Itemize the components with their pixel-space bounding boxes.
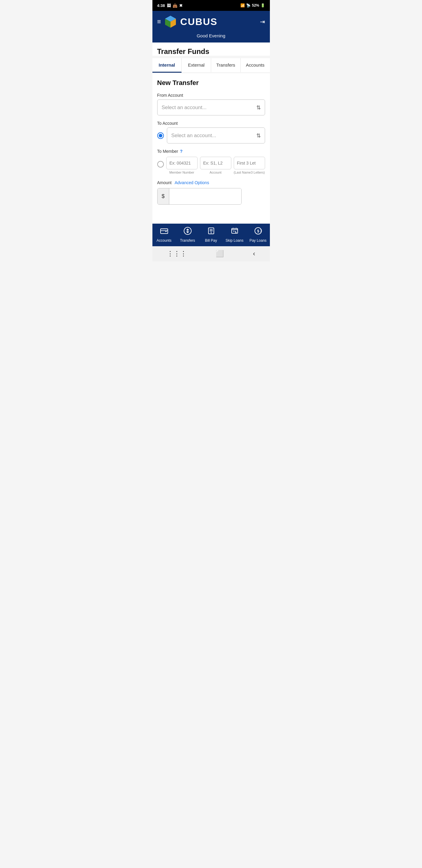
- svg-rect-11: [232, 228, 238, 233]
- main-content: New Transfer From Account Select an acco…: [153, 73, 270, 224]
- accounts-nav-label: Accounts: [157, 239, 171, 243]
- section-title: New Transfer: [157, 79, 265, 87]
- android-menu-icon[interactable]: ⋮⋮⋮: [167, 250, 187, 258]
- amount-label: Amount: [157, 180, 172, 185]
- to-account-row: Select an account... ⇅: [157, 127, 265, 144]
- brand-name: CUBUS: [180, 16, 218, 27]
- svg-text:$: $: [210, 231, 212, 234]
- logout-icon[interactable]: ⇥: [260, 18, 265, 25]
- time: 4:38: [157, 3, 165, 8]
- transfers-nav-label: Transfers: [180, 239, 195, 243]
- nav-pay-loans[interactable]: $ Pay Loans: [247, 227, 270, 243]
- app-header: ≡ CUBUS ⇥: [153, 11, 270, 31]
- from-account-select[interactable]: Select an account...: [157, 99, 265, 116]
- nav-transfers[interactable]: Transfers: [176, 227, 199, 243]
- nav-bill-pay[interactable]: $ Bill Pay: [199, 227, 223, 243]
- svg-text:$: $: [257, 229, 259, 233]
- android-nav-bar: ⋮⋮⋮ ⬜ ‹: [153, 246, 270, 261]
- wifi-icon: 📶: [240, 3, 245, 7]
- member-number-label: Member Number: [166, 170, 198, 174]
- to-account-radio[interactable]: [157, 132, 164, 139]
- advanced-options-link[interactable]: Advanced Options: [175, 180, 209, 185]
- account-label: Account: [200, 170, 231, 174]
- to-member-help-icon[interactable]: ?: [180, 149, 183, 154]
- signal-icon: 📡: [246, 3, 251, 7]
- from-account-wrapper: Select an account... ⇅: [157, 99, 265, 116]
- skip-loans-nav-label: Skip Loans: [226, 239, 244, 243]
- amount-input-wrapper: $: [157, 188, 241, 205]
- dollar-sign: $: [158, 188, 169, 204]
- to-member-row: Member Number Account (Last Name3 Letter…: [157, 157, 265, 174]
- cube-logo-icon: [164, 15, 177, 28]
- status-right: 📶 📡 52% 🔋: [240, 3, 265, 7]
- close-icon: ✖: [179, 3, 183, 8]
- hamburger-menu-icon[interactable]: ≡: [157, 18, 161, 26]
- bill-pay-nav-icon: $: [207, 227, 215, 237]
- page-title: Transfer Funds: [153, 42, 270, 56]
- transfers-nav-icon: [184, 227, 192, 237]
- svg-point-5: [165, 231, 167, 232]
- pay-loans-nav-icon: $: [254, 227, 262, 237]
- nav-skip-loans[interactable]: Skip Loans: [223, 227, 247, 243]
- bill-pay-nav-label: Bill Pay: [205, 239, 217, 243]
- tab-transfers[interactable]: Transfers: [211, 58, 241, 73]
- accounts-nav-icon: [160, 227, 168, 237]
- account-group: Account: [200, 157, 231, 174]
- bottom-nav: Accounts Transfers $ Bill Pay: [153, 224, 270, 246]
- android-home-icon[interactable]: ⬜: [216, 250, 224, 258]
- last-name-group: (Last Name3 Letters): [234, 157, 265, 174]
- to-account-select[interactable]: Select an account...: [167, 127, 265, 144]
- status-left: 4:38 🖼 👜 ✖: [157, 3, 183, 8]
- to-account-select-wrapper: Select an account... ⇅: [167, 127, 265, 144]
- photo-icon: 🖼: [167, 3, 171, 8]
- amount-input[interactable]: [169, 188, 241, 204]
- member-number-group: Member Number: [166, 157, 198, 174]
- nav-accounts[interactable]: Accounts: [153, 227, 176, 243]
- last-name-label: (Last Name3 Letters): [234, 170, 265, 174]
- tab-bar: Internal External Transfers Accounts: [153, 58, 270, 73]
- to-member-radio[interactable]: [157, 161, 164, 167]
- to-member-label: To Member ?: [157, 149, 265, 154]
- member-fields: Member Number Account (Last Name3 Letter…: [166, 157, 265, 174]
- greeting-bar: Good Evening: [153, 31, 270, 42]
- pay-loans-nav-label: Pay Loans: [250, 239, 267, 243]
- last-name-input[interactable]: [234, 157, 265, 169]
- tab-accounts[interactable]: Accounts: [241, 58, 270, 73]
- amount-row: Amount Advanced Options: [157, 180, 265, 185]
- member-number-input[interactable]: [166, 157, 198, 169]
- svg-rect-4: [161, 230, 168, 231]
- skip-loans-nav-icon: [230, 227, 239, 237]
- battery-icon: 🔋: [261, 3, 265, 7]
- greeting-text: Good Evening: [197, 33, 225, 38]
- android-back-icon[interactable]: ‹: [253, 250, 255, 258]
- to-account-label: To Account: [157, 121, 265, 126]
- from-account-label: From Account: [157, 93, 265, 98]
- bag-icon: 👜: [172, 3, 177, 8]
- tab-internal[interactable]: Internal: [153, 58, 182, 73]
- header-logo: ≡ CUBUS: [157, 15, 218, 28]
- battery-text: 52%: [252, 3, 259, 7]
- account-input[interactable]: [200, 157, 231, 169]
- tab-external[interactable]: External: [182, 58, 211, 73]
- status-bar: 4:38 🖼 👜 ✖ 📶 📡 52% 🔋: [153, 0, 270, 11]
